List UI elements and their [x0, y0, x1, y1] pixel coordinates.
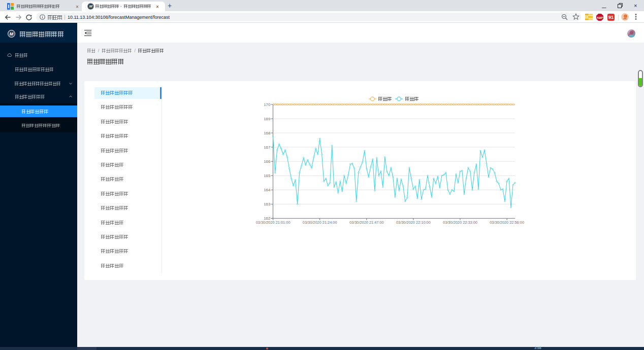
svg-text:168: 168: [264, 131, 271, 135]
svg-text:165: 165: [264, 173, 271, 178]
svg-text:170: 170: [264, 102, 271, 107]
svg-text:167: 167: [264, 145, 271, 150]
svg-text:03/30/2020 22:56:00: 03/30/2020 22:56:00: [490, 220, 524, 225]
svg-text:163: 163: [264, 202, 271, 206]
svg-text:169: 169: [264, 117, 271, 121]
svg-text:03/30/2020 22:33:00: 03/30/2020 22:33:00: [443, 220, 477, 225]
svg-text:03/30/2020 21:24:00: 03/30/2020 21:24:00: [303, 220, 337, 225]
svg-text:166: 166: [264, 159, 271, 164]
svg-text:03/30/2020 21:47:00: 03/30/2020 21:47:00: [349, 220, 384, 225]
svg-text:03/30/2020 21:01:00: 03/30/2020 21:01:00: [256, 220, 291, 225]
svg-text:03/30/2020 22:10:00: 03/30/2020 22:10:00: [396, 220, 431, 225]
svg-text:164: 164: [264, 188, 271, 192]
